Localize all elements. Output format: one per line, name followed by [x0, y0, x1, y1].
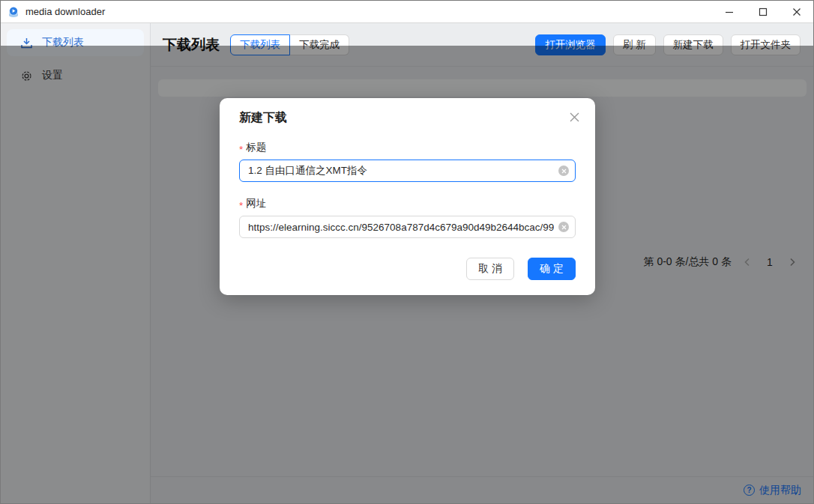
modal-footer: 取 消 确 定 [239, 258, 576, 280]
required-mark: * [239, 200, 243, 211]
title-input-wrap [239, 160, 576, 182]
cancel-button[interactable]: 取 消 [466, 258, 514, 280]
url-field-label-row: * 网址 [239, 197, 576, 210]
clear-url-icon[interactable] [558, 222, 569, 232]
title-input[interactable] [239, 160, 576, 182]
confirm-button[interactable]: 确 定 [528, 258, 576, 280]
titlebar: media downloader [1, 1, 813, 23]
modal-title: 新建下载 [239, 110, 287, 126]
url-field-label: 网址 [246, 197, 266, 210]
clear-title-icon[interactable] [558, 166, 569, 176]
url-input[interactable] [239, 216, 576, 238]
url-input-wrap [239, 216, 576, 238]
app-logo-icon [7, 6, 19, 18]
app-title: media downloader [25, 6, 105, 17]
window-controls [712, 1, 813, 22]
new-download-modal: 新建下载 * 标题 * 网址 取 消 确 定 [220, 98, 595, 295]
modal-header: 新建下载 [239, 110, 576, 126]
maximize-button[interactable] [746, 1, 780, 22]
close-window-button[interactable] [780, 1, 813, 22]
title-field-label: 标题 [246, 141, 266, 154]
minimize-button[interactable] [712, 1, 746, 22]
required-mark: * [239, 144, 243, 155]
title-field-label-row: * 标题 [239, 141, 576, 154]
close-modal-icon[interactable] [569, 112, 580, 125]
app-window: media downloader 下载列表 [0, 0, 814, 504]
